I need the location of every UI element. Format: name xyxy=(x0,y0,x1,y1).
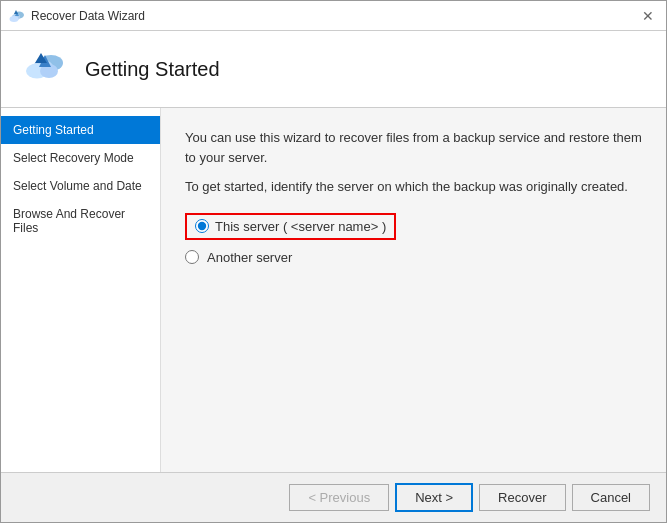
main-content: You can use this wizard to recover files… xyxy=(161,108,666,472)
sidebar: Getting Started Select Recovery Mode Sel… xyxy=(1,108,161,472)
svg-point-2 xyxy=(10,16,19,22)
footer-area: < Previous Next > Recover Cancel xyxy=(1,472,666,522)
header-area: Getting Started xyxy=(1,31,666,108)
close-button[interactable]: ✕ xyxy=(638,6,658,26)
previous-button[interactable]: < Previous xyxy=(289,484,389,511)
radio-this-server[interactable] xyxy=(195,219,209,233)
recover-button[interactable]: Recover xyxy=(479,484,565,511)
next-button[interactable]: Next > xyxy=(395,483,473,512)
radio-option-this-server[interactable]: This server ( <server name> ) xyxy=(185,213,642,240)
radio-another-server-label: Another server xyxy=(207,250,292,265)
radio-this-server-label: This server ( <server name> ) xyxy=(215,219,386,234)
sidebar-item-browse-recover[interactable]: Browse And Recover Files xyxy=(1,200,160,242)
title-bar-left: Recover Data Wizard xyxy=(9,8,145,24)
content-area: Getting Started Select Recovery Mode Sel… xyxy=(1,108,666,472)
sidebar-item-volume-date[interactable]: Select Volume and Date xyxy=(1,172,160,200)
radio-option-another-server[interactable]: Another server xyxy=(185,250,642,265)
wizard-window: Recover Data Wizard ✕ Getting Started Ge… xyxy=(0,0,667,523)
title-bar: Recover Data Wizard ✕ xyxy=(1,1,666,31)
intro-line1: You can use this wizard to recover files… xyxy=(185,128,642,167)
intro-line2: To get started, identify the server on w… xyxy=(185,177,642,197)
radio-group: This server ( <server name> ) Another se… xyxy=(185,213,642,265)
wizard-title-icon xyxy=(9,8,25,24)
cancel-button[interactable]: Cancel xyxy=(572,484,650,511)
sidebar-item-getting-started[interactable]: Getting Started xyxy=(1,116,160,144)
radio-highlighted-box: This server ( <server name> ) xyxy=(185,213,396,240)
page-title: Getting Started xyxy=(85,58,220,81)
wizard-header-icon xyxy=(21,45,69,93)
window-title: Recover Data Wizard xyxy=(31,9,145,23)
sidebar-item-recovery-mode[interactable]: Select Recovery Mode xyxy=(1,144,160,172)
radio-another-server[interactable] xyxy=(185,250,199,264)
